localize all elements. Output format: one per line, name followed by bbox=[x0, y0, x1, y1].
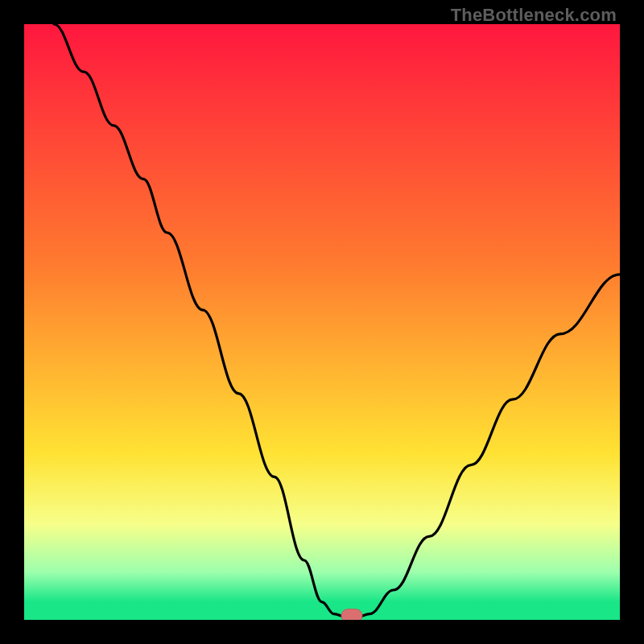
chart-svg bbox=[24, 24, 620, 620]
gradient-bg bbox=[24, 24, 620, 620]
plot-area bbox=[24, 24, 620, 620]
chart-frame: TheBottleneck.com bbox=[0, 0, 644, 644]
optimal-point-marker bbox=[341, 609, 362, 620]
source-watermark: TheBottleneck.com bbox=[451, 5, 617, 26]
